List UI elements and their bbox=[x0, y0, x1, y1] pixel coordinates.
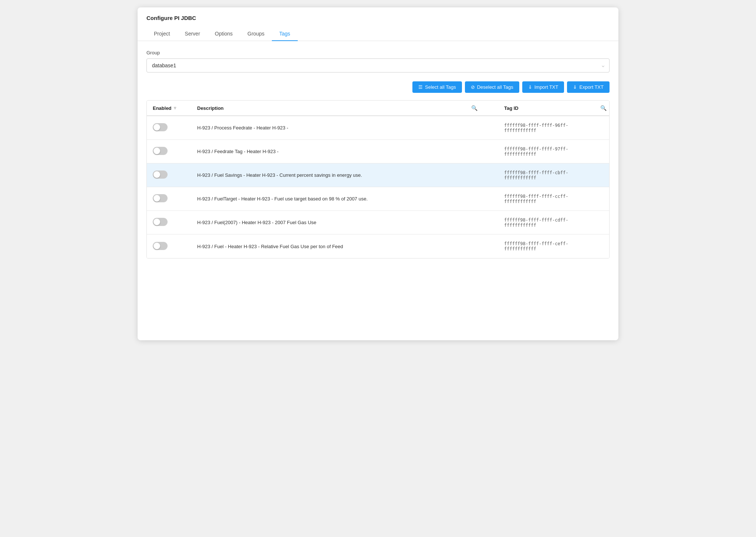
toolbar: ☰ Select all Tags ⊘ Deselect all Tags ⇓ … bbox=[146, 81, 610, 93]
td-tagid-search-2 bbox=[594, 169, 609, 181]
deselect-all-tags-button[interactable]: ⊘ Deselect all Tags bbox=[465, 81, 519, 93]
tab-groups[interactable]: Groups bbox=[240, 27, 272, 41]
toggle-0[interactable] bbox=[153, 123, 168, 131]
export-txt-button[interactable]: ⇓ Export TXT bbox=[567, 81, 610, 93]
table-row: H-923 / Fuel - Heater H-923 - Relative F… bbox=[147, 234, 609, 258]
tab-options[interactable]: Options bbox=[207, 27, 240, 41]
select-all-tags-button[interactable]: ☰ Select all Tags bbox=[412, 81, 462, 93]
table-header: Enabled ▿ Description 🔍 Tag ID 🔍 bbox=[147, 101, 609, 116]
table-row: H-923 / Process Feedrate - Heater H-923 … bbox=[147, 116, 609, 140]
tab-tags[interactable]: Tags bbox=[272, 27, 298, 41]
toggle-2[interactable] bbox=[153, 170, 168, 179]
group-label: Group bbox=[146, 50, 610, 55]
filter-icon[interactable]: ▿ bbox=[174, 105, 176, 111]
tab-project[interactable]: Project bbox=[146, 27, 178, 41]
toggle-5[interactable] bbox=[153, 242, 168, 250]
description-search-icon[interactable]: 🔍 bbox=[471, 105, 477, 111]
group-select[interactable]: database1 bbox=[146, 58, 610, 72]
window-title: Configure PI JDBC bbox=[146, 15, 610, 21]
td-tagid-search-0 bbox=[594, 122, 609, 134]
import-txt-button[interactable]: ⇓ Import TXT bbox=[522, 81, 564, 93]
td-enabled-1 bbox=[147, 141, 191, 162]
td-tagid-search-4 bbox=[594, 217, 609, 229]
td-enabled-4 bbox=[147, 212, 191, 233]
td-tagid-2: ffffff98-ffff-ffff-cbff-ffffffffffff bbox=[498, 164, 594, 186]
import-icon: ⇓ bbox=[528, 84, 532, 90]
td-description-4: H-923 / Fuel(2007) - Heater H-923 - 2007… bbox=[191, 214, 498, 231]
td-tagid-0: ffffff98-ffff-ffff-96ff-ffffffffffff bbox=[498, 117, 594, 139]
td-tagid-search-3 bbox=[594, 193, 609, 205]
td-tagid-search-1 bbox=[594, 146, 609, 158]
td-enabled-3 bbox=[147, 188, 191, 209]
tab-server[interactable]: Server bbox=[178, 27, 207, 41]
table-row: H-923 / FuelTarget - Heater H-923 - Fuel… bbox=[147, 187, 609, 211]
th-tagid: Tag ID bbox=[498, 101, 594, 115]
th-tagid-search: 🔍 bbox=[594, 101, 609, 115]
group-select-wrapper: database1 ⌵ bbox=[146, 58, 610, 72]
ban-icon: ⊘ bbox=[471, 84, 475, 90]
td-tagid-3: ffffff98-ffff-ffff-ccff-ffffffffffff bbox=[498, 188, 594, 210]
table-row: H-923 / Fuel(2007) - Heater H-923 - 2007… bbox=[147, 211, 609, 234]
main-window: Configure PI JDBC Project Server Options… bbox=[138, 7, 618, 340]
td-tagid-1: ffffff98-ffff-ffff-97ff-ffffffffffff bbox=[498, 141, 594, 163]
th-enabled: Enabled ▿ bbox=[147, 101, 191, 115]
th-spacer bbox=[483, 101, 498, 115]
tab-bar: Project Server Options Groups Tags bbox=[146, 27, 610, 41]
td-description-2: H-923 / Fuel Savings - Heater H-923 - Cu… bbox=[191, 166, 498, 184]
th-description: Description 🔍 bbox=[191, 101, 483, 115]
table-body: H-923 / Process Feedrate - Heater H-923 … bbox=[147, 116, 609, 258]
td-description-5: H-923 / Fuel - Heater H-923 - Relative F… bbox=[191, 238, 498, 255]
td-tagid-4: ffffff98-ffff-ffff-cdff-ffffffffffff bbox=[498, 212, 594, 234]
table-row: H-923 / Feedrate Tag - Heater H-923 - ff… bbox=[147, 140, 609, 163]
td-description-1: H-923 / Feedrate Tag - Heater H-923 - bbox=[191, 143, 498, 160]
toggle-1[interactable] bbox=[153, 147, 168, 155]
export-icon: ⇓ bbox=[573, 84, 577, 90]
td-enabled-2 bbox=[147, 165, 191, 186]
td-enabled-5 bbox=[147, 236, 191, 257]
tags-table: Enabled ▿ Description 🔍 Tag ID 🔍 bbox=[146, 100, 610, 259]
toggle-3[interactable] bbox=[153, 194, 168, 202]
td-tagid-5: ffffff98-ffff-ffff-ceff-ffffffffffff bbox=[498, 235, 594, 257]
tagid-search-icon[interactable]: 🔍 bbox=[600, 105, 607, 111]
table-row: H-923 / Fuel Savings - Heater H-923 - Cu… bbox=[147, 163, 609, 187]
content-area: Group database1 ⌵ ☰ Select all Tags ⊘ De… bbox=[138, 41, 618, 267]
td-description-0: H-923 / Process Feedrate - Heater H-923 … bbox=[191, 119, 498, 136]
title-bar: Configure PI JDBC Project Server Options… bbox=[138, 7, 618, 41]
list-icon: ☰ bbox=[418, 84, 423, 90]
td-description-3: H-923 / FuelTarget - Heater H-923 - Fuel… bbox=[191, 190, 498, 207]
td-enabled-0 bbox=[147, 117, 191, 138]
toggle-4[interactable] bbox=[153, 218, 168, 226]
td-tagid-search-5 bbox=[594, 240, 609, 252]
